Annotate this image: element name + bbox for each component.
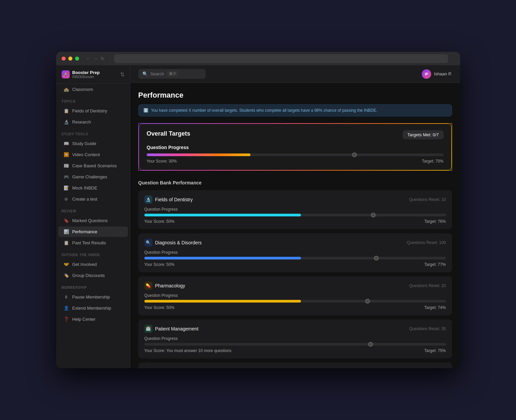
target-1: Target: 77% <box>424 262 446 267</box>
page-title: Performance <box>138 91 452 100</box>
game-icon: 🎮 <box>64 174 69 179</box>
sidebar-item-label: Mock INBDE <box>72 185 97 190</box>
sidebar-item-group-discounts[interactable]: 🏷️ Group Discounts <box>58 270 128 281</box>
sidebar-item-case-based[interactable]: 📰 Case Based Scenarios <box>58 161 128 171</box>
brand-name: Booster Prep <box>72 70 100 75</box>
sidebar-item-label: Create a test <box>72 197 97 202</box>
progress-label-3: Question Progress <box>144 336 446 341</box>
subject-header-1: 🔍 Diagnosis & Disorders Questions Reset:… <box>144 239 446 247</box>
sidebar-item-extend-membership[interactable]: 👤 Extend Membership <box>58 303 128 313</box>
sidebar-item-create-test[interactable]: ⊕ Create a test <box>58 194 128 204</box>
subject-header-4: 🫀 Anatomy Questions Reset: 30 <box>144 368 446 368</box>
past-test-icon: 📋 <box>64 240 69 245</box>
sidebar: 🚀 Booster Prep INBDEBooster ⇅ 🏫 Classroo… <box>56 65 130 368</box>
your-score-0: Your Score: 50% <box>144 219 175 224</box>
back-icon[interactable]: ← <box>86 56 91 61</box>
subject-icon-3: 🏥 <box>144 325 152 333</box>
sidebar-item-label: Marked Questions <box>72 218 108 223</box>
subject-card[interactable]: 🏥 Patient Management Questions Reset: 35… <box>138 319 452 358</box>
overall-targets-card: Overall Targets Targets Met: 0/7 Questio… <box>138 123 452 171</box>
brand-sub: INBDEBooster <box>72 75 100 79</box>
brand: 🚀 Booster Prep INBDEBooster <box>62 70 100 79</box>
sidebar-item-label: Video Content <box>72 152 100 157</box>
subject-icon-2: 💊 <box>144 282 152 290</box>
review-section-label: REVIEW <box>56 205 130 215</box>
group-discounts-icon: 🏷️ <box>64 273 69 278</box>
search-icon: 🔍 <box>142 71 148 76</box>
subject-name-3: 🏥 Patient Management <box>144 325 199 333</box>
overall-target: Target: 70% <box>422 159 443 164</box>
sidebar-item-help[interactable]: ❓ Help Center <box>58 314 128 324</box>
forward-icon[interactable]: → <box>93 56 98 61</box>
reload-icon[interactable]: ↻ <box>101 56 105 61</box>
sidebar-item-mock[interactable]: 📝 Mock INBDE <box>58 183 128 193</box>
target-marker-0 <box>371 213 376 217</box>
target-marker-1 <box>374 256 379 260</box>
sidebar-item-get-involved[interactable]: 🤝 Get Involved <box>58 259 128 270</box>
score-row-0: Your Score: 50% Target: 76% <box>144 219 446 224</box>
info-icon: ℹ️ <box>143 108 148 113</box>
sidebar-item-marked[interactable]: 🔖 Marked Questions <box>58 215 128 226</box>
sidebar-item-label: Fields of Dentistry <box>72 108 107 113</box>
marked-icon: 🔖 <box>64 218 69 223</box>
progress-bar-3 <box>144 343 446 346</box>
overall-target-marker <box>352 152 357 157</box>
question-progress-label: Question Progress <box>147 145 444 150</box>
subject-card[interactable]: 🔍 Diagnosis & Disorders Questions Reset:… <box>138 233 452 272</box>
sidebar-item-past-test[interactable]: 📋 Past Test Results <box>58 238 128 248</box>
targets-title: Overall Targets <box>147 130 191 137</box>
your-score-1: Your Score: 50% <box>144 262 175 267</box>
score-row-2: Your Score: 50% Target: 74% <box>144 305 446 310</box>
subject-card[interactable]: 🫀 Anatomy Questions Reset: 30 Question P… <box>138 362 452 368</box>
sidebar-item-label: Get Involved <box>72 262 97 267</box>
sidebar-item-video[interactable]: ▶️ Video Content <box>58 149 128 160</box>
main-content: 🔍 Search ⌘ F IP Ishaan P. Performance ℹ️… <box>130 65 460 368</box>
progress-bar-2 <box>144 300 446 303</box>
search-shortcut: ⌘ F <box>167 71 178 77</box>
sidebar-item-fields[interactable]: 📋 Fields of Dentistry <box>58 106 128 116</box>
close-button[interactable] <box>62 57 66 61</box>
sidebar-item-label: Past Test Results <box>72 240 106 245</box>
maximize-button[interactable] <box>75 57 79 61</box>
score-row-1: Your Score: 50% Target: 77% <box>144 262 446 267</box>
sidebar-item-performance[interactable]: 📊 Performance → <box>58 226 128 237</box>
info-banner: ℹ️ You have completed X number of overal… <box>138 104 452 116</box>
subject-icon-1: 🔍 <box>144 239 152 247</box>
subject-name-0: 🔬 Fields of Dentistry <box>144 196 193 204</box>
extend-icon: 👤 <box>64 306 69 311</box>
your-score-2: Your Score: 50% <box>144 305 175 310</box>
search-placeholder: Search <box>150 71 164 76</box>
topbar: 🔍 Search ⌘ F IP Ishaan P. <box>130 65 460 83</box>
your-score-3: Your Score: You must answer 10 more ques… <box>144 348 232 353</box>
fields-icon: 📋 <box>64 108 69 113</box>
subject-card[interactable]: 🔬 Fields of Dentistry Questions Reset: 1… <box>138 190 452 229</box>
progress-label-1: Question Progress <box>144 250 446 255</box>
sidebar-item-pause-membership[interactable]: ⏸ Pause Membership <box>58 292 128 302</box>
sidebar-item-classroom[interactable]: 🏫 Classroom <box>58 84 128 95</box>
pause-icon: ⏸ <box>64 294 69 300</box>
sidebar-header: 🚀 Booster Prep INBDEBooster ⇅ <box>56 65 130 84</box>
sidebar-item-research[interactable]: 🔬 Research <box>58 117 128 127</box>
subject-name-1: 🔍 Diagnosis & Disorders <box>144 239 202 247</box>
target-marker-2 <box>365 299 370 304</box>
topics-section-label: TOPICS <box>56 95 130 105</box>
sidebar-item-study-guide[interactable]: 📖 Study Guide <box>58 138 128 149</box>
subject-header-2: 💊 Pharmacology Questions Reset: 20 <box>144 282 446 290</box>
targets-header: Overall Targets Targets Met: 0/7 <box>147 130 444 139</box>
minimize-button[interactable] <box>68 57 72 61</box>
progress-fill-2 <box>144 300 301 303</box>
subject-card[interactable]: 💊 Pharmacology Questions Reset: 20 Quest… <box>138 276 452 315</box>
membership-section-label: MEMBERSHIP <box>56 281 130 291</box>
sidebar-item-label: Help Center <box>72 317 96 322</box>
sidebar-toggle-icon[interactable]: ⇅ <box>120 71 125 78</box>
sidebar-item-game[interactable]: 🎮 Game Challenges <box>58 172 128 182</box>
overall-progress-bar <box>147 153 444 156</box>
subjects-container: 🔬 Fields of Dentistry Questions Reset: 1… <box>138 190 452 368</box>
progress-bar-0 <box>144 214 446 216</box>
browser-controls: ← → ↻ <box>86 56 105 61</box>
search-bar[interactable]: 🔍 Search ⌘ F <box>138 69 206 79</box>
target-0: Target: 76% <box>424 219 446 224</box>
progress-fill-0 <box>144 214 301 216</box>
browser-window: ← → ↻ 🚀 Booster Prep INBDEBooster ⇅ 🏫 C <box>56 52 460 368</box>
url-bar[interactable] <box>114 54 448 63</box>
